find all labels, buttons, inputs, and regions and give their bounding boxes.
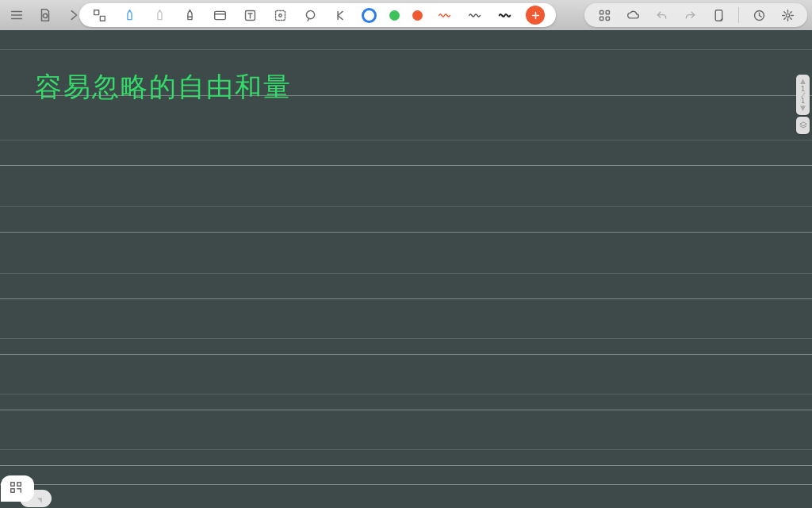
shapes-tool-icon[interactable] <box>90 6 108 24</box>
ruled-line <box>0 49 812 50</box>
handwritten-text: 容易忽略的自由和量 <box>35 69 292 106</box>
add-button[interactable] <box>526 6 545 25</box>
tablet-icon[interactable] <box>710 6 727 24</box>
svg-point-6 <box>278 13 281 16</box>
ruled-line <box>0 165 812 166</box>
cut-tool-icon[interactable] <box>331 6 349 24</box>
toolbar-right-pill <box>584 3 807 27</box>
svg-rect-5 <box>275 10 285 20</box>
apps-icon[interactable] <box>596 6 613 24</box>
ruled-line <box>0 410 812 410</box>
tool-pill <box>79 3 556 27</box>
svg-rect-10 <box>599 17 603 20</box>
ruled-line <box>0 449 812 450</box>
lasso-tool-icon[interactable] <box>301 6 319 24</box>
svg-rect-8 <box>599 10 603 13</box>
ruled-line <box>0 465 812 466</box>
ruled-line <box>0 273 812 274</box>
svg-rect-9 <box>606 10 609 13</box>
file-icon[interactable] <box>36 6 54 24</box>
ruled-line <box>0 354 812 355</box>
side-scroll: ▲ 1 1 ▼ <box>796 75 810 134</box>
whiteboard-canvas[interactable]: 容易忽略的自由和量 ▲ 1 1 ▼ <box>0 30 812 508</box>
ruled-line <box>0 338 812 339</box>
svg-rect-2 <box>100 16 105 21</box>
ruled-line <box>0 298 812 299</box>
svg-rect-1 <box>94 10 98 14</box>
ruled-line <box>0 232 812 233</box>
color-red[interactable] <box>412 10 423 21</box>
svg-point-7 <box>306 10 314 18</box>
card-tool-icon[interactable] <box>211 6 228 24</box>
page-down-icon[interactable]: ▼ <box>800 105 806 112</box>
stroke-wave-thin-icon[interactable] <box>465 6 483 24</box>
menu-icon[interactable] <box>8 6 25 24</box>
ruled-line <box>0 484 812 485</box>
separator <box>738 7 739 23</box>
ruled-line <box>0 394 812 394</box>
svg-point-14 <box>786 13 789 17</box>
page-up-icon[interactable]: ▲ <box>800 78 806 85</box>
color-green[interactable] <box>389 10 400 21</box>
page-indicator[interactable]: ▲ 1 1 ▼ <box>796 75 810 115</box>
svg-point-0 <box>43 13 47 17</box>
toolbar-left-group <box>0 6 82 24</box>
color-blue[interactable] <box>362 8 377 23</box>
highlighter-tool-icon[interactable] <box>151 6 168 24</box>
settings-icon[interactable] <box>779 6 796 24</box>
svg-rect-11 <box>606 17 609 20</box>
ruled-line <box>0 206 812 207</box>
svg-rect-3 <box>214 11 225 19</box>
redo-icon[interactable] <box>681 6 699 24</box>
stroke-wave-bold-icon[interactable] <box>496 6 513 24</box>
layers-button[interactable] <box>796 117 810 134</box>
cloud-icon[interactable] <box>624 6 642 24</box>
frame-tool-icon[interactable] <box>271 6 289 24</box>
ruled-line <box>0 140 812 140</box>
text-tool-icon[interactable] <box>241 6 259 24</box>
undo-icon[interactable] <box>653 6 670 24</box>
clock-icon[interactable] <box>750 6 768 24</box>
stroke-wave-red-icon[interactable] <box>435 6 453 24</box>
marker-tool-icon[interactable] <box>181 6 198 24</box>
pen-tool-icon[interactable] <box>121 6 138 24</box>
